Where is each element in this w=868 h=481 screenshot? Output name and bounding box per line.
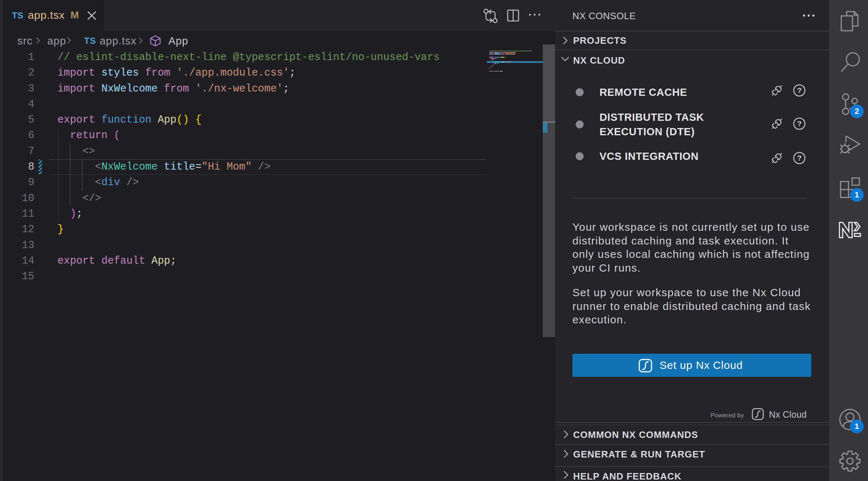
svg-text:?: ? [797,86,802,94]
svg-text:?: ? [797,154,802,162]
svg-text:?: ? [797,119,802,128]
